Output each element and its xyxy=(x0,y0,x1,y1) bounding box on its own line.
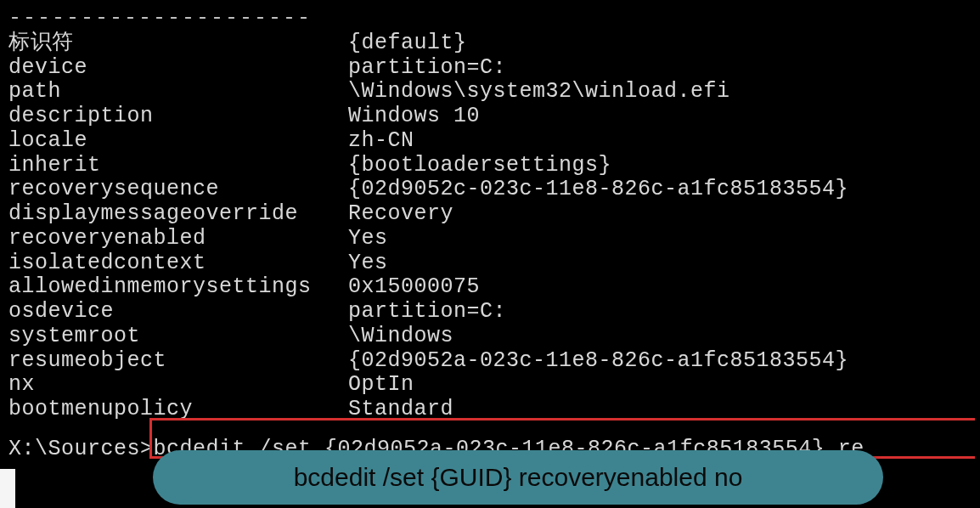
bcd-entry-row: displaymessageoverride Recovery xyxy=(8,202,972,227)
bcd-entry-row: resumeobject {02d9052a-023c-11e8-826c-a1… xyxy=(8,349,972,374)
bcd-key-recoverysequence: recoverysequence xyxy=(8,178,348,202)
bcd-entry-row: bootmenupolicy Standard xyxy=(8,398,972,422)
bcd-key-device: device xyxy=(8,56,348,81)
bcd-value-systemroot: \Windows xyxy=(348,325,453,349)
bcd-entry-row: inherit {bootloadersettings} xyxy=(8,154,972,178)
bcd-key-locale: locale xyxy=(8,129,348,154)
bcd-key-bootmenupolicy: bootmenupolicy xyxy=(8,398,348,422)
bcd-key-osdevice: osdevice xyxy=(8,300,348,325)
bcd-entry-row: path \Windows\system32\winload.efi xyxy=(8,80,972,104)
bcd-value-resumeobject: {02d9052a-023c-11e8-826c-a1fc85183554} xyxy=(348,349,848,374)
bcd-entry-row: locale zh-CN xyxy=(8,129,972,154)
bcd-value-device: partition=C: xyxy=(348,56,506,81)
bcd-value-nx: OptIn xyxy=(348,373,414,398)
section-divider: --------------------- xyxy=(8,7,972,31)
bcd-value-path: \Windows\system32\winload.efi xyxy=(348,80,730,104)
bcd-key-nx: nx xyxy=(8,373,348,398)
bcd-entry-row: recoveryenabled Yes xyxy=(8,227,972,251)
bcd-value-allowedinmemorysettings: 0x15000075 xyxy=(348,275,480,300)
edge-artifact xyxy=(0,469,15,508)
bcd-value-recoveryenabled: Yes xyxy=(348,227,388,251)
bcd-entry-row: device partition=C: xyxy=(8,56,972,81)
bcd-key-systemroot: systemroot xyxy=(8,325,348,349)
bcd-value-description: Windows 10 xyxy=(348,104,480,129)
bcd-value-locale: zh-CN xyxy=(348,129,414,154)
bcd-value-identifier: {default} xyxy=(348,31,467,56)
bcd-entry-row: description Windows 10 xyxy=(8,104,972,129)
bcd-entry-row: 标识符 {default} xyxy=(8,31,972,56)
bcd-entry-row: isolatedcontext Yes xyxy=(8,251,972,276)
bcd-key-isolatedcontext: isolatedcontext xyxy=(8,251,348,276)
bcd-key-resumeobject: resumeobject xyxy=(8,349,348,374)
terminal-window[interactable]: --------------------- 标识符 {default} devi… xyxy=(0,0,980,508)
bcd-key-allowedinmemorysettings: allowedinmemorysettings xyxy=(8,275,348,300)
bcd-value-isolatedcontext: Yes xyxy=(348,251,388,276)
bcd-key-description: description xyxy=(8,104,348,129)
prompt-text: X:\Sources> xyxy=(8,437,154,461)
bcd-value-osdevice: partition=C: xyxy=(348,300,506,325)
bcd-key-recoveryenabled: recoveryenabled xyxy=(8,227,348,251)
bcd-value-recoverysequence: {02d9052c-023c-11e8-826c-a1fc85183554} xyxy=(348,178,848,202)
bcd-value-bootmenupolicy: Standard xyxy=(348,398,453,422)
bcd-value-displaymessageoverride: Recovery xyxy=(348,202,453,227)
annotation-callout: bcdedit /set {GUID} recoveryenabled no xyxy=(153,450,883,505)
bcd-entry-row: allowedinmemorysettings 0x15000075 xyxy=(8,275,972,300)
bcd-key-displaymessageoverride: displaymessageoverride xyxy=(8,202,348,227)
callout-text: bcdedit /set {GUID} recoveryenabled no xyxy=(294,463,743,492)
bcd-key-path: path xyxy=(8,80,348,104)
bcd-key-inherit: inherit xyxy=(8,154,348,178)
bcd-value-inherit: {bootloadersettings} xyxy=(348,154,611,178)
bcd-entry-row: osdevice partition=C: xyxy=(8,300,972,325)
bcd-entry-row: systemroot \Windows xyxy=(8,325,972,349)
bcd-key-identifier: 标识符 xyxy=(8,31,348,56)
bcd-entry-row: recoverysequence {02d9052c-023c-11e8-826… xyxy=(8,178,972,202)
bcd-entry-row: nx OptIn xyxy=(8,373,972,398)
